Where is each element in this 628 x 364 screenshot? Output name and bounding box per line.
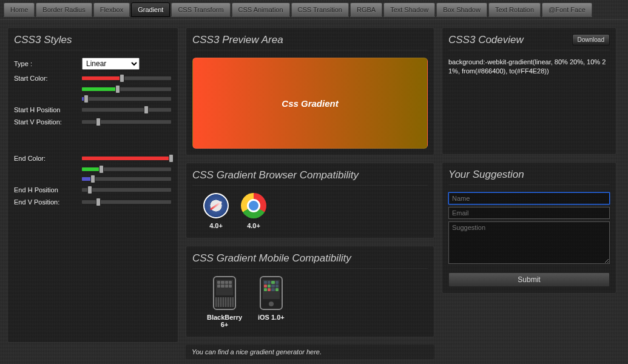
start-h-label: Start H Position [14,106,81,113]
browser-compat-title: CSS Gradient Browser Compatibility [192,169,428,186]
tab-box-shadow[interactable]: Box Shadow [436,2,487,17]
tab-gradient[interactable]: Gradient [131,2,170,17]
start-v-label: Start V Position: [14,118,81,126]
preview-panel: CSS3 Preview Area Css Gradient [186,27,434,155]
start-color-red-slider[interactable] [81,76,172,81]
tab-css-animation[interactable]: CSS Animation [232,2,290,17]
end-h-label: End H Position [14,186,81,194]
mobile-compat-panel: CSS Gradient Mobile Compatibility BlackB… [186,246,434,337]
tab-css-transition[interactable]: CSS Transition [291,2,349,17]
email-field[interactable] [448,207,610,219]
compat-safari: 4.0+ [203,193,229,229]
start-color-blue-slider[interactable] [81,96,172,101]
compat-ios: iOS 1.0+ [258,276,285,328]
type-select[interactable]: Linear [82,58,140,70]
code-output: background:-webkit-gradient(linear, 80% … [448,58,610,76]
safari-icon [203,193,229,218]
suggestion-field[interactable] [448,221,610,264]
submit-button[interactable]: Submit [448,272,610,287]
end-color-green-slider[interactable] [81,167,172,172]
footer-note[interactable]: You can find a nice gradient generator h… [186,345,434,359]
start-color-green-slider[interactable] [81,87,172,92]
end-v-slider[interactable] [81,200,172,204]
tab-home[interactable]: Home [4,2,35,17]
tab-flexbox[interactable]: Flexbox [93,2,130,17]
download-button[interactable]: Download [572,34,610,46]
name-field[interactable] [448,192,610,204]
tab-css-transform[interactable]: CSS Transform [171,2,230,17]
chrome-icon [241,193,266,218]
compat-blackberry: BlackBerry 6+ [203,276,246,328]
start-v-slider[interactable] [81,120,172,124]
end-color-blue-slider[interactable] [81,177,172,181]
styles-panel: CSS3 Styles Type : Linear Start Color: [7,27,178,343]
tab--font-face[interactable]: @Font Face [542,2,592,17]
browser-compat-panel: CSS Gradient Browser Compatibility 4.0+ … [186,163,434,238]
iphone-icon [260,276,283,310]
main-nav: HomeBorder RadiusFlexboxGradientCSS Tran… [0,0,628,20]
gradient-preview: Css Gradient [192,58,428,149]
tab-text-rotation[interactable]: Text Rotation [488,2,541,17]
compat-chrome: 4.0+ [241,193,266,229]
styles-title: CSS3 Styles [14,34,172,50]
start-color-label: Start Color: [14,75,81,82]
mobile-compat-title: CSS Gradient Mobile Compatibility [192,252,428,269]
type-label: Type : [14,60,82,67]
end-v-label: End V Position: [14,198,81,206]
tab-text-shadow[interactable]: Text Shadow [383,2,435,17]
tab-border-radius[interactable]: Border Radius [36,2,92,17]
end-h-slider[interactable] [81,187,172,192]
tab-rgba[interactable]: RGBA [350,2,382,17]
preview-label: Css Gradient [282,98,338,109]
preview-title: CSS3 Preview Area [192,34,428,50]
suggestion-panel: Your Suggestion Submit [442,162,616,294]
end-color-red-slider[interactable] [81,156,172,161]
suggestion-title: Your Suggestion [448,169,610,185]
codeview-panel: Download CSS3 Codeview background:-webki… [442,27,616,155]
blackberry-icon [213,276,236,310]
end-color-label: End Color: [14,155,81,162]
start-h-slider[interactable] [81,107,172,112]
